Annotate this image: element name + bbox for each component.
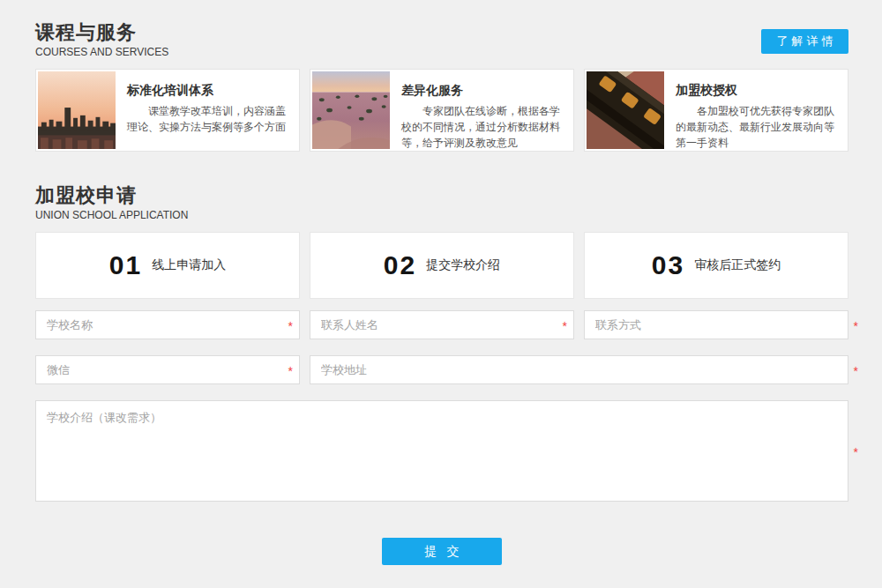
step-number: 02	[384, 250, 416, 280]
application-section-title: 加盟校申请	[35, 185, 848, 206]
learn-more-button-label: 了解详情	[777, 33, 837, 49]
step-label: 线上申请加入	[152, 257, 226, 273]
school-intro-textarea[interactable]	[35, 400, 848, 502]
step-label: 审核后正式签约	[694, 257, 781, 273]
submit-button-label: 提交	[425, 544, 469, 558]
course-card-desc: 专家团队在线诊断，根据各学校的不同情况，通过分析数据材料等，给予评测及教改意见	[401, 103, 564, 151]
wechat-input[interactable]	[35, 355, 300, 384]
submit-row: 提交	[35, 538, 848, 565]
step-submit-introduction: 02 提交学校介绍	[310, 232, 574, 299]
required-asterisk: *	[854, 445, 858, 458]
application-section-subtitle: UNION SCHOOL APPLICATION	[35, 209, 848, 221]
courses-section-title: 课程与服务	[35, 22, 848, 43]
course-card-title: 差异化服务	[401, 83, 564, 99]
application-form: * * * * * *	[35, 310, 848, 502]
contact-method-field-wrap: *	[584, 310, 848, 339]
course-card-title: 加盟校授权	[676, 83, 839, 99]
school-name-field-wrap: *	[35, 310, 300, 339]
course-card-title: 标准化培训体系	[127, 83, 290, 99]
step-label: 提交学校介绍	[426, 257, 500, 273]
courses-section-subtitle: COURSES AND SERVICES	[35, 46, 848, 58]
step-number: 03	[652, 250, 684, 280]
application-section: 加盟校申请 UNION SCHOOL APPLICATION 01 线上申请加入…	[35, 185, 848, 565]
city-skyline-sunset-image	[38, 71, 116, 149]
courses-section: 课程与服务 COURSES AND SERVICES 了解详情	[35, 22, 848, 152]
school-address-input[interactable]	[310, 355, 848, 384]
course-card-differentiated-service: 差异化服务 专家团队在线诊断，根据各学校的不同情况，通过分析数据材料等，给予评测…	[310, 69, 574, 152]
required-asterisk: *	[854, 319, 858, 331]
course-card-desc: 各加盟校可优先获得专家团队的最新动态、最新行业发展动向等第一手资料	[676, 103, 839, 151]
school-name-input[interactable]	[35, 310, 300, 339]
school-intro-field-wrap: *	[35, 400, 848, 502]
contact-name-field-wrap: *	[310, 310, 574, 339]
submit-button[interactable]: 提交	[382, 538, 502, 565]
course-card-franchise-authorization: 加盟校授权 各加盟校可优先获得专家团队的最新动态、最新行业发展动向等第一手资料	[584, 69, 848, 152]
course-card-standardized-training: 标准化培训体系 课堂教学改革培训，内容涵盖理论、实操方法与案例等多个方面	[35, 69, 300, 152]
school-address-field-wrap: *	[310, 355, 848, 384]
film-strip-image	[587, 71, 664, 149]
application-steps: 01 线上申请加入 02 提交学校介绍 03 审核后正式签约	[35, 232, 848, 299]
step-sign-contract: 03 审核后正式签约	[584, 232, 848, 299]
contact-name-input[interactable]	[310, 310, 574, 339]
course-cards: 标准化培训体系 课堂教学改革培训，内容涵盖理论、实操方法与案例等多个方面	[35, 69, 848, 152]
contact-method-input[interactable]	[584, 310, 848, 339]
learn-more-button[interactable]: 了解详情	[761, 29, 848, 54]
step-number: 01	[109, 250, 142, 280]
required-asterisk: *	[854, 364, 858, 376]
desert-dunes-dusk-image	[312, 71, 390, 149]
course-card-desc: 课堂教学改革培训，内容涵盖理论、实操方法与案例等多个方面	[127, 103, 290, 135]
step-apply-online: 01 线上申请加入	[35, 232, 300, 299]
page: 课程与服务 COURSES AND SERVICES 了解详情	[0, 0, 882, 565]
wechat-field-wrap: *	[35, 355, 300, 384]
